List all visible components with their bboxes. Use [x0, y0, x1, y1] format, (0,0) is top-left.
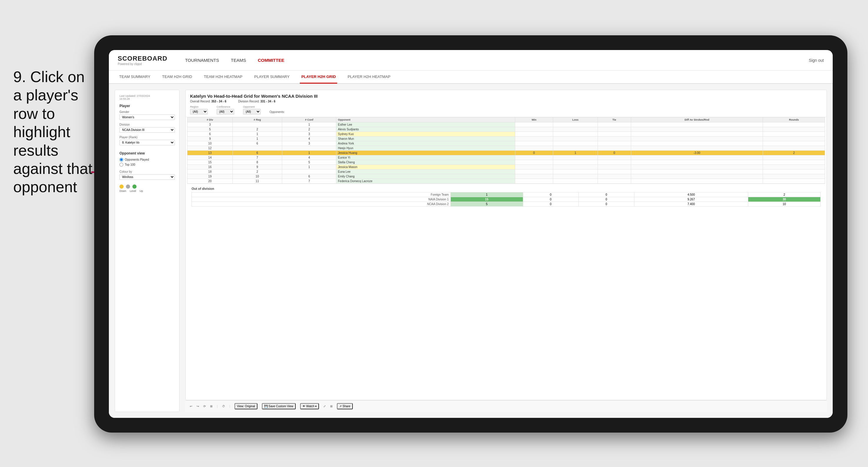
col-diff: Diff Av Strokes/Rnd [631, 117, 763, 122]
nav-committee[interactable]: COMMITTEE [258, 56, 284, 64]
out-tie-foreign: 0 [579, 192, 634, 197]
main-content: Last Updated: 27/03/202416:55:28 Player … [109, 84, 833, 418]
grid-title: Katelyn Vo Head-to-Head Grid for Women's… [190, 94, 822, 99]
toolbar-resize[interactable]: ⤢ [323, 405, 326, 408]
sub-nav-player-summary[interactable]: PLAYER SUMMARY [253, 70, 291, 84]
gender-select[interactable]: Women's [120, 115, 175, 120]
out-win-foreign: 1 [451, 192, 523, 197]
tablet-frame: SCOREBOARD Powered by clippd TOURNAMENTS… [94, 35, 847, 433]
sign-out[interactable]: Sign out [809, 58, 824, 63]
out-tie-naia1: 0 [579, 197, 634, 202]
bottom-toolbar: ↩ ↪ ⟳ ⊞ | ⏱ | View: Original 💾 Save Cust… [185, 400, 827, 412]
opponent-view: Opponent view Opponents Played Top 100 [120, 151, 175, 166]
save-custom-view-btn[interactable]: 💾 Save Custom View [262, 403, 296, 409]
overall-record: Overall Record: 353 - 34 - 6 [190, 100, 226, 103]
player-rank-label: Player (Rank) [120, 136, 175, 139]
instruction-text: 9. Click on a player's row to highlight … [13, 68, 96, 196]
radio-top100[interactable]: Top 100 [120, 163, 175, 166]
toolbar-clock[interactable]: ⏱ [222, 405, 225, 408]
toolbar-redo[interactable]: ↪ [196, 405, 199, 408]
table-row[interactable]: 31Esther Lee [187, 122, 825, 127]
sub-nav-player-h2h-grid[interactable]: PLAYER H2H GRID [300, 70, 337, 84]
table-row[interactable]: 613Sydney Kuo [187, 132, 825, 136]
out-win-ncaa2: 5 [451, 202, 523, 207]
sub-nav-player-h2h-heatmap[interactable]: PLAYER H2H HEATMAP [346, 70, 392, 84]
list-item[interactable]: Foreign Team 1 0 0 4.500 2 [192, 192, 820, 197]
colour-by-select[interactable]: Win/loss [120, 174, 175, 180]
table-row[interactable]: 522Alexis Sudjianto [187, 127, 825, 132]
table-row[interactable]: 1474Eunice Yi [187, 155, 825, 160]
conference-select[interactable]: (All) [217, 109, 234, 115]
toolbar-sep2: | [229, 405, 230, 408]
toolbar-back[interactable]: ⟳ [203, 405, 206, 408]
h2h-table: # Div # Reg # Conf Opponent Win Loss Tie… [187, 117, 825, 184]
out-of-division-title: Out of division [191, 187, 820, 190]
colour-dot-level [126, 185, 130, 189]
table-row[interactable]: 1361Jessica Huang010-3.002 [187, 151, 825, 155]
table-row[interactable]: 19106Emily Chang [187, 174, 825, 179]
out-loss-ncaa2: 0 [523, 202, 579, 207]
filter-opponent: Opponent (All) [243, 105, 261, 115]
list-item[interactable]: NAIA Division 1 15 0 0 9.267 30 [192, 197, 820, 202]
watch-btn[interactable]: 👁 Watch ▾ [300, 403, 319, 409]
table-row[interactable]: 1585Stella Cheng [187, 160, 825, 165]
region-select[interactable]: (All) [190, 109, 208, 115]
sub-nav-team-summary[interactable]: TEAM SUMMARY [118, 70, 152, 84]
filter-region: Region (All) [190, 105, 208, 115]
out-rounds-ncaa2: 10 [748, 202, 820, 207]
toolbar-grid[interactable]: ⊞ [330, 405, 333, 408]
grid-header: Katelyn Vo Head-to-Head Grid for Women's… [186, 90, 827, 117]
out-loss-naia1: 0 [523, 197, 579, 202]
opponents-label-wrapper: Opponents: [270, 105, 285, 115]
colour-section: Colour by Win/loss Down Level Up [120, 170, 175, 192]
table-row[interactable]: 914Sharon Mun [187, 136, 825, 141]
col-conf: # Conf [282, 117, 336, 122]
opponents-label: Opponents: [270, 111, 285, 114]
colour-dot-down [120, 185, 124, 189]
nav-links: TOURNAMENTS TEAMS COMMITTEE [185, 56, 284, 64]
colour-by-label: Colour by [120, 170, 175, 173]
nav-teams[interactable]: TEAMS [231, 56, 246, 64]
share-btn[interactable]: ↗ Share [337, 403, 352, 409]
table-row[interactable]: 1691Jessica Mason [187, 165, 825, 169]
table-header-row: # Div # Reg # Conf Opponent Win Loss Tie… [187, 117, 825, 122]
opponent-view-title: Opponent view [120, 151, 175, 155]
out-rounds-naia1: 30 [748, 197, 820, 202]
division-record: Division Record: 331 - 34 - 6 [238, 100, 275, 103]
table-row[interactable]: 12Heejo Hyun [187, 146, 825, 151]
toolbar-undo[interactable]: ↩ [190, 405, 192, 408]
out-of-division-table: Foreign Team 1 0 0 4.500 2 NAIA Division… [191, 192, 820, 207]
out-diff-naia1: 9.267 [634, 197, 748, 202]
logo-sub: Powered by clippd [118, 62, 167, 66]
division-select[interactable]: NCAA Division III [120, 127, 175, 133]
sub-nav-team-h2h-grid[interactable]: TEAM H2H GRID [161, 70, 194, 84]
gender-label: Gender [120, 111, 175, 114]
radio-opponents-played[interactable]: Opponents Played [120, 158, 175, 161]
out-team-naia1: NAIA Division 1 [192, 197, 451, 202]
list-item[interactable]: NCAA Division 2 5 0 0 7.400 10 [192, 202, 820, 207]
col-div: # Div [187, 117, 233, 122]
col-rounds: Rounds [763, 117, 825, 122]
colour-dot-up [132, 185, 136, 189]
left-panel: Last Updated: 27/03/202416:55:28 Player … [115, 90, 180, 412]
colour-dots [120, 185, 175, 189]
col-reg: # Reg [232, 117, 282, 122]
grid-container: Katelyn Vo Head-to-Head Grid for Women's… [185, 90, 827, 400]
sub-nav-team-h2h-heatmap[interactable]: TEAM H2H HEATMAP [203, 70, 244, 84]
table-row[interactable]: 1063Andrea York [187, 141, 825, 146]
out-team-foreign: Foreign Team [192, 192, 451, 197]
out-tie-ncaa2: 0 [579, 202, 634, 207]
out-rounds-foreign: 2 [748, 192, 820, 197]
grid-table-wrapper[interactable]: # Div # Reg # Conf Opponent Win Loss Tie… [186, 117, 827, 400]
filter-conference: Conference (All) [217, 105, 234, 115]
right-panel: Katelyn Vo Head-to-Head Grid for Women's… [185, 90, 827, 412]
view-original-btn[interactable]: View: Original [235, 403, 257, 409]
player-rank-select[interactable]: 8. Katelyn Vo [120, 140, 175, 145]
toolbar-copy[interactable]: ⊞ [210, 405, 212, 408]
out-win-naia1: 15 [451, 197, 523, 202]
opponent-select[interactable]: (All) [243, 109, 261, 115]
nav-tournaments[interactable]: TOURNAMENTS [185, 56, 219, 64]
toolbar-sep: | [217, 405, 218, 408]
table-row[interactable]: 182Euna Lee [187, 169, 825, 174]
table-row[interactable]: 20117Federica Domecq Lacroze [187, 179, 825, 184]
